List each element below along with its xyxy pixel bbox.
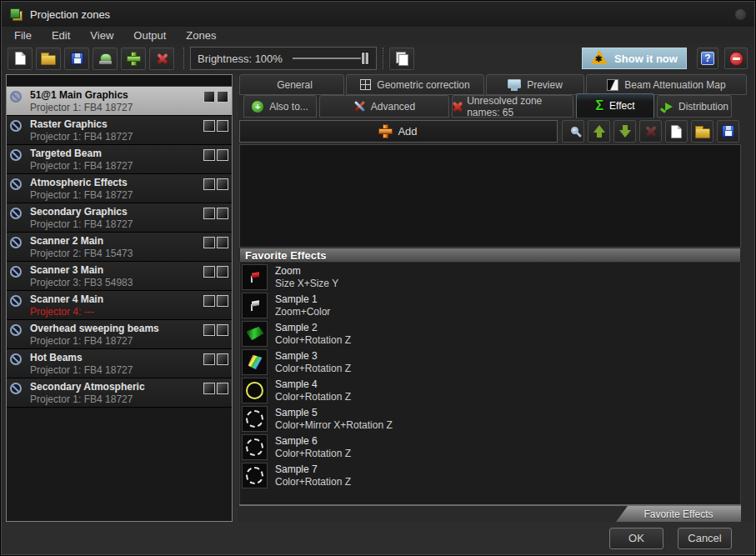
favorite-effect-item[interactable]: Sample 4Color+Rotation Z xyxy=(240,376,740,404)
tab-unresolved-zone-names-65[interactable]: Unresolved zone names: 65 xyxy=(452,95,573,118)
zone-icon-column xyxy=(10,293,30,319)
zone-checkbox-1[interactable] xyxy=(203,178,215,190)
add-zone-button[interactable] xyxy=(121,48,146,70)
zone-text: Targeted BeamProjector 1: FB4 18727 xyxy=(30,148,203,173)
delete-zone-button[interactable] xyxy=(149,48,174,70)
menu-item-zones[interactable]: Zones xyxy=(186,29,216,42)
zone-title: Atmospheric Effects xyxy=(30,177,203,189)
help-button[interactable]: ? xyxy=(697,48,718,69)
zone-checkbox-1[interactable] xyxy=(203,383,215,394)
ok-button[interactable]: OK xyxy=(609,528,663,549)
zone-checkbox-2[interactable] xyxy=(217,237,228,248)
menu-item-output[interactable]: Output xyxy=(133,29,166,42)
add-effect-button[interactable]: Add xyxy=(239,120,558,143)
favorite-effect-item[interactable]: Sample 5Color+Mirror X+Rotation Z xyxy=(240,404,740,433)
zone-list: 51@1 Main GraphicsProjector 1: FB4 18727… xyxy=(6,74,233,522)
favorite-effect-item[interactable]: Sample 3Color+Rotation Z xyxy=(240,348,740,376)
zone-list-item[interactable]: Secondary GraphicsProjector 1: FB4 18727 xyxy=(7,203,232,233)
zone-list-item[interactable]: 51@1 Main GraphicsProjector 1: FB4 18727 xyxy=(7,87,232,116)
slider-thumb[interactable] xyxy=(361,52,369,65)
zone-list-item[interactable]: Hot BeamsProjector 1: FB4 18727 xyxy=(7,349,232,378)
zone-checkbox-2[interactable] xyxy=(217,266,228,278)
xred-icon xyxy=(156,53,168,65)
flag-white-glyph-icon xyxy=(249,300,260,311)
zone-list-item[interactable]: Targeted BeamProjector 1: FB4 18727 xyxy=(7,145,232,174)
tab-beam-attenuation-map[interactable]: Beam Attenuation Map xyxy=(586,74,747,95)
zone-list-item[interactable]: Scanner 4 MainProjector 4: --- xyxy=(7,291,232,320)
panel-splitter[interactable] xyxy=(233,74,238,522)
tab-geometric-correction[interactable]: Geometric correction xyxy=(346,74,484,95)
tab-preview[interactable]: Preview xyxy=(486,74,584,95)
move-down-button[interactable] xyxy=(613,120,636,143)
delete-effect-button[interactable] xyxy=(639,120,662,143)
zone-checkbox-2[interactable] xyxy=(217,383,228,394)
output-device-button[interactable] xyxy=(93,48,118,70)
zone-checkbox-2[interactable] xyxy=(217,149,228,161)
zone-list-item[interactable]: Overhead sweeping beamsProjector 1: FB4 … xyxy=(7,320,232,349)
zone-checkbox-1[interactable] xyxy=(203,266,215,278)
save-zones-button[interactable] xyxy=(64,48,89,70)
tab-also-to[interactable]: +Also to... xyxy=(243,95,317,118)
zone-checkbox-2[interactable] xyxy=(217,208,228,219)
tab-label: Advanced xyxy=(371,101,415,113)
zone-checkbox-2[interactable] xyxy=(217,178,228,190)
zone-checkbox-1[interactable] xyxy=(203,237,215,248)
favorite-effect-subtitle: Color+Rotation Z xyxy=(275,363,351,374)
tab-effect[interactable]: ΣEffect xyxy=(576,93,654,118)
zone-checkbox-2[interactable] xyxy=(217,295,228,307)
copy-settings-button[interactable] xyxy=(389,48,414,70)
favorite-effect-item[interactable]: Sample 6Color+Rotation Z xyxy=(240,433,740,461)
zone-checkbox-1[interactable] xyxy=(203,324,215,336)
zone-checkbox-2[interactable] xyxy=(217,353,228,365)
zone-subtitle: Projector 1: FB4 18727 xyxy=(30,393,203,406)
favorite-effect-text: Sample 5Color+Mirror X+Rotation Z xyxy=(275,407,393,431)
zone-checkboxes xyxy=(203,323,228,348)
tab-general[interactable]: General xyxy=(239,74,344,95)
flag-red-glyph-icon xyxy=(249,272,260,283)
tab-distribution[interactable]: Distribution xyxy=(657,95,732,118)
zone-title: Hot Beams xyxy=(30,352,203,364)
move-up-button[interactable] xyxy=(588,120,610,143)
brightness-slider[interactable] xyxy=(293,52,369,65)
new-zones-button[interactable] xyxy=(8,48,33,70)
zone-checkbox-2[interactable] xyxy=(217,120,228,132)
menu-item-edit[interactable]: Edit xyxy=(52,29,70,42)
open-effect-button[interactable] xyxy=(691,120,713,143)
favorite-effect-item[interactable]: Sample 2Color+Rotation Z xyxy=(240,319,740,348)
zone-checkbox-1[interactable] xyxy=(203,91,215,103)
cancel-button[interactable]: Cancel xyxy=(678,528,732,549)
zone-effect-list[interactable] xyxy=(239,144,741,248)
zone-checkbox-1[interactable] xyxy=(203,208,215,219)
zone-checkbox-2[interactable] xyxy=(217,91,228,103)
zone-list-item[interactable]: Raster GraphicsProjector 1: FB4 18727 xyxy=(7,116,232,145)
menu-item-file[interactable]: File xyxy=(14,29,32,42)
zone-checkbox-1[interactable] xyxy=(203,353,215,365)
zone-disabled-icon xyxy=(10,266,22,278)
zone-title: Secondary Atmospheric xyxy=(30,381,203,393)
tab-advanced[interactable]: Advanced xyxy=(319,95,449,118)
stop-output-button[interactable] xyxy=(724,48,748,69)
zone-checkbox-1[interactable] xyxy=(203,149,215,161)
favorite-effect-item[interactable]: Sample 1Zoom+Color xyxy=(240,291,740,319)
new-effect-button[interactable] xyxy=(665,120,688,143)
zone-text: Scanner 2 MainProjector 2: FB4 15473 xyxy=(30,235,203,261)
open-zones-button[interactable] xyxy=(36,48,61,70)
save-effect-button[interactable] xyxy=(717,120,739,143)
show-it-now-button[interactable]: Show it now xyxy=(582,48,687,69)
zone-list-item[interactable]: Scanner 3 MainProjector 3: FB3 54983 xyxy=(7,262,232,291)
search-effect-button[interactable] xyxy=(562,120,584,143)
menu-item-view[interactable]: View xyxy=(90,29,113,42)
zone-checkbox-1[interactable] xyxy=(203,120,215,132)
favorite-effect-item[interactable]: ZoomSize X+Size Y xyxy=(240,263,740,291)
zone-checkbox-2[interactable] xyxy=(217,324,228,336)
monitor-icon xyxy=(508,79,521,88)
zone-list-item[interactable]: Atmospheric EffectsProjector 1: FB4 1872… xyxy=(7,174,232,203)
zone-checkbox-1[interactable] xyxy=(203,295,215,307)
zone-text: Scanner 3 MainProjector 3: FB3 54983 xyxy=(30,264,203,290)
zone-list-item[interactable]: Secondary AtmosphericProjector 1: FB4 18… xyxy=(7,378,232,408)
favorite-effect-item[interactable]: Sample 7Color+Rotation Z xyxy=(240,461,740,489)
lamp-icon xyxy=(99,53,112,64)
zone-list-item[interactable]: Scanner 2 MainProjector 2: FB4 15473 xyxy=(7,233,232,262)
tab-favorite-effects[interactable]: Favorite Effects xyxy=(616,506,741,522)
xred-icon xyxy=(644,125,657,138)
